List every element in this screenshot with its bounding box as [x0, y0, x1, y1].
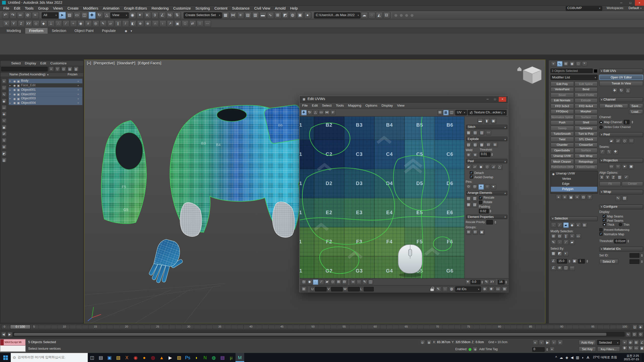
expand-caret-icon[interactable]: ▸: [10, 97, 12, 100]
modifier-set-button[interactable]: Bevel: [550, 92, 574, 97]
explorer-row[interactable]: ▸ ◉ ▣ Object004 +: [9, 101, 83, 105]
set-id-spinner[interactable]: [640, 253, 643, 258]
vertex-sub-icon[interactable]: ∙: [313, 279, 318, 285]
modifier-set-button[interactable]: Unwrap UVW: [550, 153, 574, 158]
edit-uvs-rollout-header[interactable]: Edit UVs: [599, 69, 643, 74]
play-animation-icon[interactable]: ▶: [545, 340, 550, 345]
filter-materials-icon[interactable]: ◩: [2, 151, 7, 156]
select-object-icon[interactable]: ➤: [59, 12, 66, 19]
modifier-help-icon[interactable]: ?: [587, 195, 592, 200]
explorer-row[interactable]: ▸ ◉ ▣ Object003 +: [9, 96, 83, 101]
modifier-set-button[interactable]: FFD 3x3x3: [550, 103, 574, 108]
modifier-set-button[interactable]: Turn to Poly: [574, 131, 598, 136]
rotate-uv-icon[interactable]: ↻: [307, 110, 312, 115]
configure-rollout-header[interactable]: Configure: [599, 204, 643, 209]
curve-editor-icon[interactable]: ∿: [267, 12, 274, 19]
toolbar-option-circle-icon[interactable]: [399, 13, 403, 17]
unfold-strip-icon[interactable]: ▤: [622, 196, 627, 201]
explorer-row[interactable]: ▸ ◉ ▣ Object001 +: [9, 87, 83, 92]
snap-grid-icon[interactable]: #: [85, 20, 92, 27]
material-id-field[interactable]: 1: [578, 259, 585, 263]
w-field[interactable]: [348, 287, 359, 291]
start-button[interactable]: [0, 353, 11, 362]
listener-white-row[interactable]: [0, 346, 26, 352]
material-editor-icon[interactable]: ◩: [282, 12, 289, 19]
weld-tool-icon[interactable]: ⊕: [137, 20, 144, 27]
center-button[interactable]: Center: [622, 181, 643, 186]
vlc-icon[interactable]: ▲: [157, 353, 166, 362]
modifier-set-button[interactable]: Morpher: [574, 109, 598, 114]
explorer-sort-icon[interactable]: ≡: [2, 79, 7, 84]
menu-item[interactable]: Tools: [25, 6, 34, 10]
snap-toggle-3d-icon[interactable]: 3: [151, 12, 158, 19]
prevent-reflattening-checkbox[interactable]: [599, 228, 602, 232]
filter-geometry-icon[interactable]: □: [2, 85, 7, 90]
modifier-set-button[interactable]: STL Check: [574, 137, 598, 142]
uvw-menu-item[interactable]: Options: [366, 104, 378, 107]
uvw-maximize-button[interactable]: □: [491, 97, 499, 102]
zoom-region-uv-icon[interactable]: ▭: [495, 287, 501, 292]
polygon-modeling-icon[interactable]: ▱: [107, 20, 114, 27]
pack-custom-icon[interactable]: ▥: [472, 196, 477, 201]
snap-frames-icon[interactable]: ⊡: [632, 332, 637, 337]
rearrange-icon[interactable]: ▦: [466, 202, 471, 207]
texture-dropdown[interactable]: Texture Ch...ecker.png)▾: [468, 110, 507, 115]
kakaotalk-icon[interactable]: ◗: [192, 353, 201, 362]
modifier-set-button[interactable]: Surface: [574, 148, 598, 153]
channel-rollout-header[interactable]: Channel: [599, 97, 643, 102]
pin-tool-icon[interactable]: ⊙: [466, 184, 471, 189]
planar-angle-toggle-icon[interactable]: ∠: [551, 265, 556, 271]
convert-to-vertex-icon[interactable]: ∙: [557, 240, 562, 245]
frozen-toggle-icon[interactable]: +: [77, 79, 79, 82]
uv-scale-quick-icon[interactable]: △: [625, 88, 630, 93]
filter-selection-sets-icon[interactable]: ▥: [2, 158, 7, 163]
uv-move-quick-icon[interactable]: ✚: [612, 88, 617, 93]
go-to-end-icon[interactable]: »: [557, 340, 562, 345]
menu-item[interactable]: Customize: [173, 6, 191, 10]
menu-item[interactable]: Content: [214, 6, 227, 10]
shrink-selection-icon[interactable]: ⊟: [557, 234, 562, 239]
axis-constraint-plane-icon[interactable]: XY: [25, 20, 32, 27]
maximize-viewport-icon[interactable]: ▣: [639, 346, 644, 351]
projection-rollout-header[interactable]: Projection: [599, 158, 643, 163]
photos-icon[interactable]: ▣: [105, 353, 114, 362]
modifier-set-button[interactable]: Normalize Spline: [550, 115, 574, 120]
modifier-stack-row[interactable]: ◉ Vertex: [551, 176, 597, 181]
3ds-max-icon[interactable]: M: [235, 353, 244, 362]
save-uvs-button[interactable]: Save...: [629, 103, 643, 108]
make-unique-icon[interactable]: ▣: [568, 195, 574, 200]
weld-threshold-field[interactable]: 0.01: [480, 152, 491, 157]
select-by-color-icon[interactable]: ◐: [563, 251, 568, 256]
uvw-menu-item[interactable]: Edit: [312, 104, 318, 107]
material-ids-rollout-header[interactable]: Material IDs: [599, 247, 643, 252]
column-name-header[interactable]: Name (Sorted Ascending): [10, 73, 46, 76]
lock-selection-icon[interactable]: [430, 289, 434, 291]
edge-constraint-icon[interactable]: ◇: [32, 20, 39, 27]
menu-item[interactable]: Civil View: [254, 6, 270, 10]
material-id-spinner[interactable]: [586, 259, 589, 263]
modifier-set-button[interactable]: VertexPaint: [550, 87, 574, 92]
expand-seams-icon[interactable]: ⊿: [491, 164, 496, 170]
l-field[interactable]: [364, 287, 374, 291]
object-name[interactable]: Object002: [21, 93, 76, 96]
next-frame-icon[interactable]: ›: [551, 340, 556, 345]
whatsapp-icon[interactable]: ◍: [209, 353, 218, 362]
open-uv-editor-button[interactable]: Open UV Editor: [599, 75, 643, 80]
minimize-button[interactable]: ─: [617, 0, 626, 6]
timeline-pan-icon[interactable]: ✚: [638, 325, 643, 330]
timeline-zoom-icon[interactable]: ⊡: [632, 325, 637, 330]
pan-uv-icon[interactable]: ✚: [489, 287, 494, 292]
select-id-button[interactable]: Select ID: [599, 259, 618, 264]
uvw-menu-item[interactable]: Mapping: [348, 104, 361, 107]
explorer-search-input[interactable]: [1, 67, 48, 71]
menu-item[interactable]: Animation: [103, 6, 119, 10]
project-folder-field[interactable]: C:\Users\UI...ds Max 2022▾: [314, 12, 360, 18]
modifier-set-button[interactable]: Edit Normals: [550, 98, 574, 103]
edge-sub-icon[interactable]: ∕: [318, 279, 324, 285]
modifier-set-button[interactable]: Skin Wrap: [574, 153, 598, 158]
snap-midpoint-icon[interactable]: ÷: [70, 20, 77, 27]
uvw-menu-item[interactable]: Display: [382, 104, 393, 107]
axis-space-label[interactable]: XY: [490, 281, 494, 284]
edge-to-seam-icon[interactable]: ∖: [606, 149, 611, 155]
peel-mode-icon[interactable]: ▱: [472, 164, 477, 170]
